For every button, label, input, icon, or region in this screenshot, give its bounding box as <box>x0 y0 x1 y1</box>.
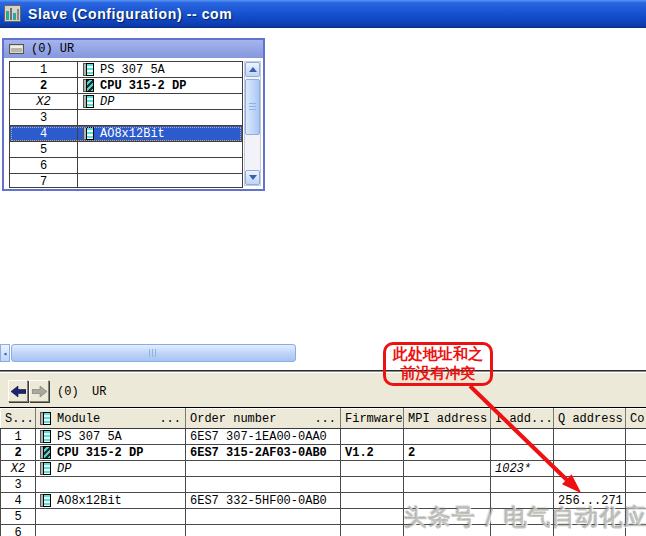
table-header-row: S... Module... Order number... Firmware … <box>1 409 646 429</box>
cpu-module-icon <box>83 79 94 92</box>
q-address-cell[interactable] <box>554 445 626 461</box>
hw-config-icon <box>4 5 21 22</box>
slot-cell[interactable]: 2 <box>1 445 36 461</box>
rack-row-slot-2[interactable]: 2 CPU 315-2 DP <box>10 78 242 94</box>
window-titlebar[interactable]: Slave (Configuration) -- com <box>0 0 646 28</box>
slot-number: 6 <box>10 158 78 173</box>
module-cell[interactable]: AO8x12Bit <box>36 493 186 509</box>
module-icon <box>40 412 51 425</box>
chevron-down-icon <box>249 175 257 180</box>
rack-vertical-scrollbar[interactable] <box>244 61 261 186</box>
watermark-text: 头条号 / 电气自动化应用 <box>404 502 646 533</box>
station-number-label: (0) <box>57 385 79 399</box>
navigate-back-button[interactable] <box>8 380 28 402</box>
arrow-left-icon <box>11 386 26 397</box>
comment-cell[interactable] <box>626 461 646 477</box>
rack-window-titlebar[interactable]: (0) UR <box>4 40 263 58</box>
navigate-forward-button[interactable] <box>29 380 49 402</box>
table-row-slot-1[interactable]: 1 PS 307 5A 6ES7 307-1EA00-0AA0 <box>1 429 646 445</box>
order-number-cell[interactable]: 6ES7 332-5HF00-0AB0 <box>186 493 341 509</box>
firmware-cell[interactable] <box>341 429 404 445</box>
mpi-address-cell[interactable] <box>404 429 491 445</box>
order-number-cell[interactable] <box>186 461 341 477</box>
slot-number: 3 <box>10 110 78 125</box>
firmware-cell[interactable] <box>341 493 404 509</box>
module-cell[interactable]: CPU 315-2 DP <box>36 445 186 461</box>
slot-cell[interactable]: 3 <box>1 477 36 493</box>
column-header-comment: Co <box>626 409 646 429</box>
cpu-module-icon <box>40 446 51 459</box>
firmware-cell[interactable] <box>341 461 404 477</box>
module-cell[interactable] <box>36 477 186 493</box>
slot-number: X2 <box>10 94 78 109</box>
scrollbar-thumb[interactable] <box>245 79 260 135</box>
rack-window: (0) UR 1 PS 307 5A 2 CPU 315-2 DP X2 DP … <box>2 38 265 191</box>
arrow-right-icon <box>32 386 47 397</box>
order-number-cell[interactable] <box>186 477 341 493</box>
module-icon <box>40 494 51 507</box>
i-address-cell[interactable]: 1023* <box>491 461 554 477</box>
rack-row-slot-7[interactable]: 7 <box>10 174 242 188</box>
mpi-address-cell[interactable]: 2 <box>404 445 491 461</box>
scroll-up-button[interactable] <box>245 62 260 77</box>
slot-number: 5 <box>10 142 78 157</box>
rack-row-slot-x2[interactable]: X2 DP <box>10 94 242 110</box>
module-cell[interactable] <box>36 509 186 525</box>
i-address-cell[interactable] <box>491 429 554 445</box>
i-address-cell[interactable] <box>491 445 554 461</box>
rack-body: 1 PS 307 5A 2 CPU 315-2 DP X2 DP 3 4 <box>4 58 263 189</box>
comment-cell[interactable] <box>626 477 646 493</box>
module-cell[interactable]: DP <box>36 461 186 477</box>
slot-cell[interactable]: 5 <box>1 509 36 525</box>
module-cell[interactable]: PS 307 5A <box>36 429 186 445</box>
module-icon <box>40 430 51 443</box>
mpi-address-cell[interactable] <box>404 461 491 477</box>
i-address-cell[interactable] <box>491 477 554 493</box>
order-number-cell[interactable] <box>186 525 341 536</box>
table-row-slot-x2[interactable]: X2 DP 1023* <box>1 461 646 477</box>
mpi-address-cell[interactable] <box>404 477 491 493</box>
q-address-cell[interactable] <box>554 461 626 477</box>
order-number-cell[interactable]: 6ES7 307-1EA00-0AA0 <box>186 429 341 445</box>
rack-row-slot-3[interactable]: 3 <box>10 110 242 126</box>
firmware-cell[interactable] <box>341 509 404 525</box>
slot-cell[interactable]: 1 <box>1 429 36 445</box>
slot-cell[interactable]: 4 <box>1 493 36 509</box>
annotation-text-line2: 前没有冲突 <box>401 364 476 383</box>
firmware-cell[interactable]: V1.2 <box>341 445 404 461</box>
module-icon <box>83 127 94 140</box>
table-row-slot-2[interactable]: 2 CPU 315-2 DP 6ES7 315-2AF03-0AB0 V1.2 … <box>1 445 646 461</box>
comment-cell[interactable] <box>626 445 646 461</box>
module-name: CPU 315-2 DP <box>100 79 186 93</box>
rack-row-slot-5[interactable]: 5 <box>10 142 242 158</box>
module-name: PS 307 5A <box>100 63 165 77</box>
slot-number: 7 <box>10 174 78 188</box>
rack-row-slot-6[interactable]: 6 <box>10 158 242 174</box>
slot-cell[interactable]: X2 <box>1 461 36 477</box>
firmware-cell[interactable] <box>341 477 404 493</box>
order-number-cell[interactable] <box>186 509 341 525</box>
q-address-cell[interactable] <box>554 429 626 445</box>
scroll-down-button[interactable] <box>245 170 260 185</box>
slot-number: 1 <box>10 62 78 77</box>
comment-cell[interactable] <box>626 429 646 445</box>
scrollbar-grip-icon <box>149 349 158 357</box>
table-row-slot-3[interactable]: 3 <box>1 477 646 493</box>
horizontal-scrollbar-thumb[interactable] <box>11 344 296 362</box>
slot-cell[interactable]: 6 <box>1 525 36 536</box>
column-header-i-address: I add... <box>491 409 554 429</box>
firmware-cell[interactable] <box>341 525 404 536</box>
rack-row-slot-1[interactable]: 1 PS 307 5A <box>10 62 242 78</box>
column-header-mpi-address: MPI address <box>404 409 491 429</box>
q-address-cell[interactable] <box>554 477 626 493</box>
order-number-cell[interactable]: 6ES7 315-2AF03-0AB0 <box>186 445 341 461</box>
module-icon <box>83 63 94 76</box>
rack-row-slot-4-selected[interactable]: 4 AO8x12Bit <box>10 126 242 142</box>
column-header-slot: S... <box>1 409 36 429</box>
hw-config-window: Slave (Configuration) -- com (0) UR 1 PS… <box>0 0 646 536</box>
annotation-callout: 此处地址和之 前没有冲突 <box>383 342 493 386</box>
module-cell[interactable] <box>36 525 186 536</box>
module-icon <box>83 95 94 108</box>
scroll-left-button[interactable]: ◂ <box>0 344 10 362</box>
annotation-text-line1: 此处地址和之 <box>393 345 483 364</box>
